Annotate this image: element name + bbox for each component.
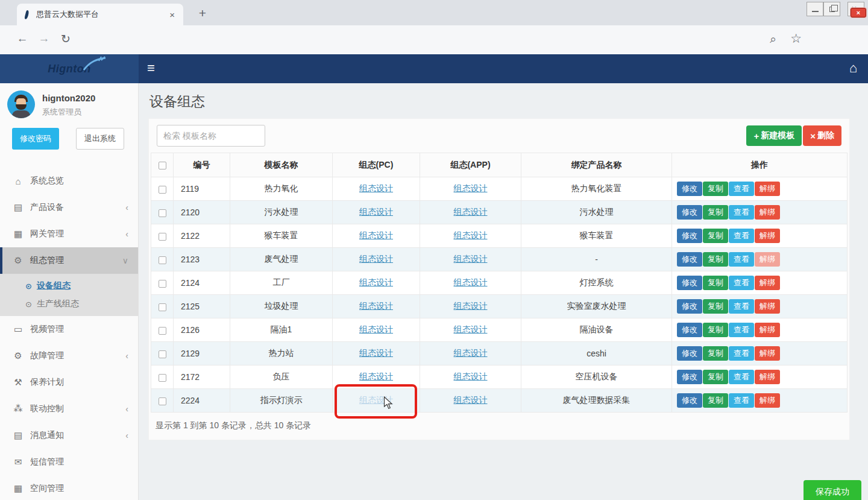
view-button[interactable]: 查看 [729,252,754,267]
pc-config-link[interactable]: 组态设计 [359,348,393,358]
row-checkbox[interactable] [159,280,166,288]
zoom-out-icon[interactable]: ⌕ [770,33,776,46]
view-button[interactable]: 查看 [729,346,754,361]
copy-button[interactable]: 复制 [703,393,728,408]
pc-config-link[interactable]: 组态设计 [359,324,393,334]
unbind-button[interactable]: 解绑 [755,205,780,220]
unbind-button[interactable]: 解绑 [755,370,780,384]
tab-close-icon[interactable]: × [167,10,177,20]
pc-config-link[interactable]: 组态设计 [359,372,393,381]
row-checkbox[interactable] [159,397,166,405]
view-button[interactable]: 查看 [729,323,754,337]
row-checkbox[interactable] [159,209,166,217]
copy-button[interactable]: 复制 [703,276,728,290]
sidebar-item-sms[interactable]: ✉短信管理 [0,449,138,475]
modify-button[interactable]: 修改 [677,205,702,220]
row-checkbox[interactable] [159,374,166,382]
modify-button[interactable]: 修改 [677,393,702,408]
back-button[interactable]: ← [14,32,30,45]
unbind-button[interactable]: 解绑 [755,252,780,267]
row-checkbox[interactable] [159,233,166,241]
copy-button[interactable]: 复制 [703,346,728,361]
sidebar-subitem[interactable]: ⊙生产线组态 [0,295,138,313]
app-config-link[interactable]: 组态设计 [454,277,488,287]
view-button[interactable]: 查看 [729,299,754,314]
reload-button[interactable]: ↻ [58,32,74,46]
view-button[interactable]: 查看 [729,229,754,243]
copy-button[interactable]: 复制 [703,299,728,314]
row-checkbox[interactable] [159,303,166,311]
row-checkbox[interactable] [159,327,166,335]
sidebar-item-overview[interactable]: ⌂系统总览 [0,168,138,194]
sidebar-item-products[interactable]: ▤产品设备‹ [0,194,138,221]
sidebar-item-linkage[interactable]: ⁂联动控制‹ [0,396,138,422]
restore-button[interactable] [823,2,840,16]
copy-button[interactable]: 复制 [703,229,728,243]
unbind-button[interactable]: 解绑 [755,299,780,314]
pc-config-link[interactable]: 组态设计 [359,277,393,287]
app-config-link[interactable]: 组态设计 [454,254,488,264]
unbind-button[interactable]: 解绑 [755,182,780,196]
logout-button[interactable]: 退出系统 [76,128,124,150]
modify-button[interactable]: 修改 [677,299,702,314]
app-config-link[interactable]: 组态设计 [454,395,488,405]
app-config-link[interactable]: 组态设计 [454,348,488,358]
browser-tab[interactable]: 思普云大数据平台 × [17,4,183,25]
unbind-button[interactable]: 解绑 [755,323,780,337]
bookmark-star-icon[interactable]: ☆ [790,31,802,46]
sidebar-item-space[interactable]: ▦空间管理 [0,475,138,500]
modify-button[interactable]: 修改 [677,229,702,243]
sidebar-item-maintenance[interactable]: ⚒保养计划 [0,369,138,396]
pc-config-link[interactable]: 组态设计 [359,230,393,240]
copy-button[interactable]: 复制 [703,205,728,220]
forward-button[interactable]: → [36,32,52,45]
row-checkbox[interactable] [159,186,166,194]
search-input[interactable] [157,125,265,147]
modify-button[interactable]: 修改 [677,182,702,196]
modify-button[interactable]: 修改 [677,252,702,267]
modify-button[interactable]: 修改 [677,346,702,361]
app-config-link[interactable]: 组态设计 [454,372,488,381]
app-config-link[interactable]: 组态设计 [454,301,488,311]
change-password-button[interactable]: 修改密码 [12,128,59,150]
app-config-link[interactable]: 组态设计 [454,230,488,240]
view-button[interactable]: 查看 [729,276,754,290]
sidebar-subitem[interactable]: ⊙设备组态 [0,277,138,295]
app-config-link[interactable]: 组态设计 [454,207,488,217]
delete-button[interactable]: ×删除 [803,125,841,146]
close-button[interactable]: × × [848,2,864,16]
unbind-button[interactable]: 解绑 [755,276,780,290]
view-button[interactable]: 查看 [729,182,754,196]
pc-config-link[interactable]: 组态设计 [359,254,393,264]
sidebar-item-video[interactable]: ▭视频管理 [0,316,138,343]
sidebar-toggle-button[interactable]: ≡ [147,60,155,76]
sidebar-item-config[interactable]: ⚙组态管理∨ [0,247,138,274]
row-checkbox[interactable] [159,256,166,264]
sidebar-item-message[interactable]: ▤消息通知‹ [0,422,138,449]
select-all-checkbox[interactable] [159,162,166,169]
copy-button[interactable]: 复制 [703,182,728,196]
modify-button[interactable]: 修改 [677,370,702,384]
minimize-button[interactable] [807,2,823,16]
copy-button[interactable]: 复制 [703,323,728,337]
unbind-button[interactable]: 解绑 [755,346,780,361]
pc-config-link[interactable]: 组态设计 [359,301,393,311]
copy-button[interactable]: 复制 [703,252,728,267]
view-button[interactable]: 查看 [729,370,754,384]
unbind-button[interactable]: 解绑 [755,229,780,243]
new-tab-button[interactable]: + [194,5,211,22]
app-config-link[interactable]: 组态设计 [454,324,488,334]
home-icon[interactable]: ⌂ [849,60,857,76]
view-button[interactable]: 查看 [729,393,754,408]
sidebar-item-fault[interactable]: ⚙故障管理‹ [0,343,138,369]
view-button[interactable]: 查看 [729,205,754,220]
pc-config-link[interactable]: 组态设计 [359,207,393,217]
pc-config-link[interactable]: 组态设计 [359,183,393,193]
modify-button[interactable]: 修改 [677,276,702,290]
app-config-link[interactable]: 组态设计 [454,183,488,193]
unbind-button[interactable]: 解绑 [755,393,780,408]
modify-button[interactable]: 修改 [677,323,702,337]
sidebar-item-gateway[interactable]: ▦网关管理‹ [0,221,138,247]
row-checkbox[interactable] [159,350,166,358]
copy-button[interactable]: 复制 [703,370,728,384]
